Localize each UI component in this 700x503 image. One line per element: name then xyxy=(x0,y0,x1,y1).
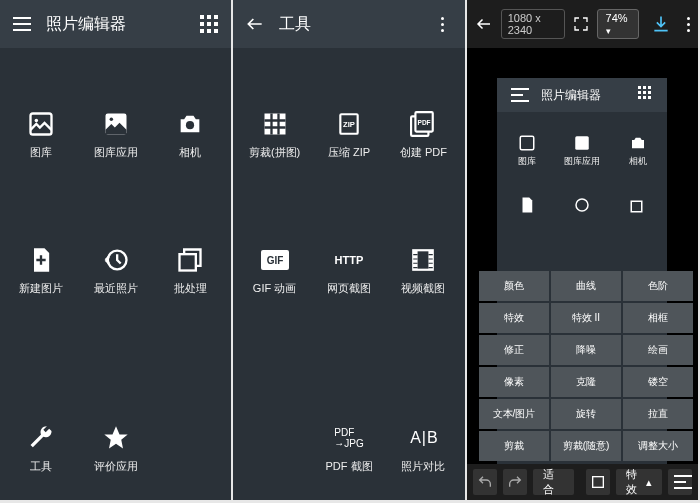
image-filled-icon xyxy=(101,109,131,139)
layers-icon[interactable] xyxy=(586,469,610,495)
http-icon: HTTP xyxy=(334,245,364,275)
svg-rect-17 xyxy=(429,250,433,270)
tool-fx[interactable]: 特效 xyxy=(479,303,549,333)
home-gallery-apps[interactable]: 图库应用 xyxy=(78,66,152,202)
image-icon xyxy=(26,109,56,139)
fullscreen-icon[interactable] xyxy=(573,16,589,32)
tool-resize[interactable]: 调整大小 xyxy=(623,431,693,461)
overflow-icon[interactable] xyxy=(687,17,690,32)
star-icon xyxy=(101,423,131,453)
tool-collage[interactable]: 剪裁(拼图) xyxy=(237,66,311,202)
download-icon[interactable] xyxy=(651,14,671,34)
svg-point-1 xyxy=(35,118,39,122)
tool-fx2[interactable]: 特效 II xyxy=(551,303,621,333)
svg-rect-22 xyxy=(592,477,603,488)
home-rate[interactable]: 评价应用 xyxy=(78,423,152,474)
svg-text:GIF: GIF xyxy=(266,255,283,266)
film-icon xyxy=(408,245,438,275)
compare-icon: A|B xyxy=(408,423,438,453)
svg-rect-6 xyxy=(180,254,196,270)
tool-denoise[interactable]: 降噪 xyxy=(551,335,621,365)
tool-video-capture[interactable]: 视频截图 xyxy=(386,202,460,338)
editor-topbar: 1080 x 2340 74% xyxy=(467,0,698,48)
editor-bottombar: 适合 特效 ▴ xyxy=(467,464,698,500)
home-camera[interactable]: 相机 xyxy=(153,66,227,202)
dimensions-badge: 1080 x 2340 xyxy=(501,9,565,39)
tool-pdf-create[interactable]: PDF 创建 PDF xyxy=(386,66,460,202)
tool-pixel[interactable]: 像素 xyxy=(479,367,549,397)
menu-icon[interactable] xyxy=(668,469,692,495)
grid-icon xyxy=(260,109,290,139)
svg-rect-18 xyxy=(520,136,534,150)
topbar: 照片编辑器 xyxy=(0,0,231,48)
tool-gif[interactable]: GIF GIF 动画 xyxy=(237,202,311,338)
panel-tools: 工具 剪裁(拼图) ZIP 压缩 ZIP PDF 创建 PDF GIF GIF … xyxy=(233,0,464,500)
tool-draw[interactable]: 绘画 xyxy=(623,335,693,365)
editor-tool-grid: 颜色曲线色阶 特效特效 II相框 修正降噪绘画 像素克隆镂空 文本/图片旋转拉直… xyxy=(478,270,694,462)
redo-icon[interactable] xyxy=(503,469,527,495)
screen-title: 工具 xyxy=(279,14,430,35)
svg-text:ZIP: ZIP xyxy=(343,120,355,129)
home-tools[interactable]: 工具 xyxy=(4,423,78,474)
tool-crop-free[interactable]: 剪裁(随意) xyxy=(551,431,621,461)
canvas-stage: 照片编辑器 图库 图库应用 相机 颜色曲线色阶 特效特效 II相框 修正降 xyxy=(467,48,698,500)
svg-rect-21 xyxy=(631,201,642,212)
svg-rect-19 xyxy=(576,136,590,150)
panel-editor: 1080 x 2340 74% 照片编辑器 图库 图库应用 相机 xyxy=(467,0,698,500)
app-grid-icon[interactable] xyxy=(197,12,221,36)
tools-grid: 剪裁(拼图) ZIP 压缩 ZIP PDF 创建 PDF GIF GIF 动画 … xyxy=(233,48,464,500)
app-title: 照片编辑器 xyxy=(46,14,197,35)
svg-rect-16 xyxy=(414,250,418,270)
tool-clone[interactable]: 克隆 xyxy=(551,367,621,397)
fit-button[interactable]: 适合 xyxy=(533,469,573,495)
tool-compare[interactable]: A|B 照片对比 xyxy=(386,423,460,474)
svg-point-3 xyxy=(109,117,113,121)
tool-cutout[interactable]: 镂空 xyxy=(623,367,693,397)
tool-zip[interactable]: ZIP 压缩 ZIP xyxy=(312,66,386,202)
history-icon xyxy=(101,245,131,275)
tool-frame[interactable]: 相框 xyxy=(623,303,693,333)
tool-curves[interactable]: 曲线 xyxy=(551,271,621,301)
camera-icon xyxy=(175,109,205,139)
home-batch[interactable]: 批处理 xyxy=(153,202,227,338)
menu-icon[interactable] xyxy=(10,12,34,36)
wrench-icon xyxy=(26,423,56,453)
svg-rect-7 xyxy=(264,113,285,134)
svg-point-4 xyxy=(186,121,194,129)
file-plus-icon xyxy=(26,245,56,275)
tool-correct[interactable]: 修正 xyxy=(479,335,549,365)
back-icon[interactable] xyxy=(475,15,493,33)
pdf-icon: PDF xyxy=(408,109,438,139)
home-new-image[interactable]: 新建图片 xyxy=(4,202,78,338)
stack-icon xyxy=(175,245,205,275)
tool-text-image[interactable]: 文本/图片 xyxy=(479,399,549,429)
tool-levels[interactable]: 色阶 xyxy=(623,271,693,301)
tool-pdf-jpg[interactable]: PDF→JPG PDF 截图 xyxy=(312,423,386,474)
tool-crop[interactable]: 剪裁 xyxy=(479,431,549,461)
home-recent[interactable]: 最近照片 xyxy=(78,202,152,338)
home-gallery[interactable]: 图库 xyxy=(4,66,78,202)
overflow-icon[interactable] xyxy=(431,12,455,36)
tool-straighten[interactable]: 拉直 xyxy=(623,399,693,429)
zoom-dropdown[interactable]: 74% xyxy=(597,9,639,39)
pdf-to-jpg-icon: PDF→JPG xyxy=(334,423,364,453)
svg-text:PDF: PDF xyxy=(418,119,431,126)
panel-home: 照片编辑器 图库 图库应用 相机 新建图片 xyxy=(0,0,231,500)
effects-button[interactable]: 特效 ▴ xyxy=(616,469,662,495)
svg-point-20 xyxy=(576,199,588,211)
zip-icon: ZIP xyxy=(334,109,364,139)
back-icon[interactable] xyxy=(243,12,267,36)
undo-icon[interactable] xyxy=(473,469,497,495)
svg-rect-0 xyxy=(31,113,52,134)
menu-icon xyxy=(505,83,529,107)
home-grid: 图库 图库应用 相机 新建图片 最近照片 批处理 xyxy=(0,48,231,500)
app-grid-icon xyxy=(635,83,659,107)
tool-color[interactable]: 颜色 xyxy=(479,271,549,301)
gif-icon: GIF xyxy=(260,245,290,275)
topbar: 工具 xyxy=(233,0,464,48)
tool-web-capture[interactable]: HTTP 网页截图 xyxy=(312,202,386,338)
tool-rotate[interactable]: 旋转 xyxy=(551,399,621,429)
